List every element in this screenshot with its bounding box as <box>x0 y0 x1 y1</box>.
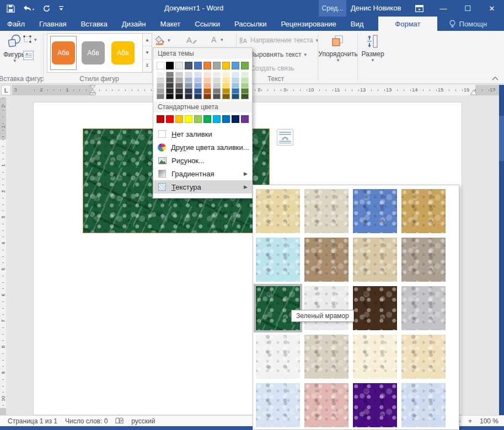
tab-tell-me[interactable]: Помощн <box>442 17 495 31</box>
theme-variant-4-9[interactable] <box>241 94 249 99</box>
theme-variant-0-6[interactable] <box>213 72 221 77</box>
theme-variant-1-3[interactable] <box>185 77 192 83</box>
theme-variant-3-0[interactable] <box>157 88 164 94</box>
standard-color-1[interactable] <box>166 115 174 123</box>
standard-color-9[interactable] <box>241 115 249 123</box>
theme-variant-4-4[interactable] <box>194 94 202 99</box>
language-indicator[interactable]: русский <box>131 417 155 425</box>
texture-swatch-fish-fossil[interactable] <box>353 238 397 282</box>
standard-color-7[interactable] <box>222 115 230 123</box>
tab-format-active[interactable]: Формат <box>378 17 437 31</box>
theme-variant-2-2[interactable] <box>175 83 183 88</box>
texture-swatch-brown-granite[interactable] <box>401 238 446 282</box>
proofing-icon[interactable] <box>115 417 124 424</box>
theme-variant-0-2[interactable] <box>175 72 183 77</box>
theme-variant-2-7[interactable] <box>222 83 230 88</box>
text-fill-button[interactable]: А <box>185 35 197 45</box>
texture-swatch-denim[interactable] <box>353 189 397 233</box>
theme-variant-2-4[interactable] <box>194 83 202 88</box>
theme-color-0[interactable] <box>157 62 164 69</box>
theme-variant-1-1[interactable] <box>166 77 174 83</box>
theme-variant-4-8[interactable] <box>232 94 239 99</box>
size-button[interactable]: Размер ▾ <box>360 34 386 62</box>
theme-color-8[interactable] <box>232 62 239 69</box>
texture-swatch-white-marble[interactable] <box>304 286 348 330</box>
theme-variant-0-7[interactable] <box>222 72 230 77</box>
standard-color-3[interactable] <box>185 115 192 123</box>
menu-item-picture[interactable]: Рисунок... <box>153 154 252 167</box>
zoom-level[interactable]: 100 % <box>480 417 498 425</box>
theme-variant-2-5[interactable] <box>203 83 211 88</box>
undo-icon[interactable] <box>23 4 35 12</box>
theme-variant-3-9[interactable] <box>241 88 249 94</box>
tab-mailings[interactable]: Рассылки <box>227 17 274 31</box>
texture-swatch-water-droplets[interactable] <box>256 238 300 282</box>
arrange-button[interactable]: Упорядочить ▾ <box>320 34 356 62</box>
theme-variant-4-6[interactable] <box>213 94 221 99</box>
save-icon[interactable] <box>7 4 15 13</box>
theme-variant-1-8[interactable] <box>232 77 239 83</box>
theme-color-4[interactable] <box>194 62 202 69</box>
theme-variant-0-8[interactable] <box>232 72 239 77</box>
theme-variant-4-1[interactable] <box>166 94 174 99</box>
theme-variant-3-8[interactable] <box>232 88 239 94</box>
theme-variant-2-1[interactable] <box>166 83 174 88</box>
standard-color-4[interactable] <box>194 115 202 123</box>
user-name[interactable]: Денис Новиков <box>351 4 401 12</box>
theme-variant-3-4[interactable] <box>194 88 202 94</box>
theme-variant-4-3[interactable] <box>185 94 192 99</box>
collapse-ribbon-icon[interactable] <box>492 76 498 80</box>
theme-variant-3-7[interactable] <box>222 88 230 94</box>
theme-variant-1-9[interactable] <box>241 77 249 83</box>
standard-color-6[interactable] <box>213 115 221 123</box>
gallery-up-icon[interactable]: ▲ <box>143 34 152 46</box>
theme-variant-2-0[interactable] <box>157 83 164 88</box>
tab-file[interactable]: Файл <box>0 17 32 31</box>
texture-swatch-pink-tissue-paper[interactable] <box>304 383 348 427</box>
theme-variant-3-1[interactable] <box>166 88 174 94</box>
page-indicator[interactable]: Страница 1 из 1 <box>8 417 57 425</box>
scrollbar-thumb[interactable] <box>499 116 504 161</box>
customize-qat-icon[interactable] <box>58 5 64 12</box>
tab-insert[interactable]: Вставка <box>73 17 114 31</box>
horizontal-ruler[interactable]: 321 891011121314151617 <box>12 85 499 95</box>
text-direction-button[interactable]: А Направление текста▾ <box>239 36 318 44</box>
theme-variant-1-2[interactable] <box>175 77 183 83</box>
word-count[interactable]: Число слов: 0 <box>65 417 108 425</box>
standard-color-5[interactable] <box>203 115 211 123</box>
theme-variant-3-5[interactable] <box>203 88 211 94</box>
theme-variant-2-9[interactable] <box>241 83 249 88</box>
contextual-tab-group[interactable]: Сред... <box>319 0 346 17</box>
vertical-scrollbar[interactable] <box>499 85 504 415</box>
theme-variant-1-5[interactable] <box>203 77 211 83</box>
menu-item-no-fill[interactable]: Нет заливки <box>153 127 252 141</box>
theme-variant-0-4[interactable] <box>194 72 202 77</box>
tab-layout[interactable]: Макет <box>153 17 187 31</box>
indent-markers[interactable] <box>89 85 96 95</box>
theme-variant-0-9[interactable] <box>241 72 249 77</box>
theme-variant-2-8[interactable] <box>232 83 239 88</box>
theme-variant-3-2[interactable] <box>175 88 183 94</box>
theme-color-9[interactable] <box>241 62 249 69</box>
maximize-button[interactable]: ☐ <box>455 0 480 17</box>
texture-swatch-paper-bag[interactable] <box>304 238 348 282</box>
texture-swatch-recycled-paper[interactable] <box>304 335 348 379</box>
text-effects-button[interactable]: A ▾ <box>210 35 223 44</box>
menu-item-texture[interactable]: Текстура ▶ <box>153 180 252 194</box>
theme-variant-3-3[interactable] <box>185 88 192 94</box>
texture-swatch-newsprint[interactable] <box>256 335 300 379</box>
theme-variant-4-7[interactable] <box>222 94 230 99</box>
theme-color-1[interactable] <box>166 62 174 69</box>
gallery-down-icon[interactable]: ▼ <box>143 46 152 59</box>
right-indent-marker[interactable] <box>470 90 478 95</box>
texture-swatch-green-marble[interactable] <box>256 286 300 330</box>
tab-selector[interactable]: L <box>1 85 11 95</box>
shape-fill-button[interactable]: ▾ <box>155 35 170 45</box>
theme-variant-1-4[interactable] <box>194 77 202 83</box>
tab-home[interactable]: Главная <box>32 17 73 31</box>
theme-variant-0-0[interactable] <box>157 72 164 77</box>
texture-swatch-brown-marble[interactable] <box>353 286 397 330</box>
theme-variant-1-7[interactable] <box>222 77 230 83</box>
minimize-button[interactable]: — <box>431 0 455 17</box>
gallery-more-icon[interactable]: ⊻ <box>143 60 152 72</box>
